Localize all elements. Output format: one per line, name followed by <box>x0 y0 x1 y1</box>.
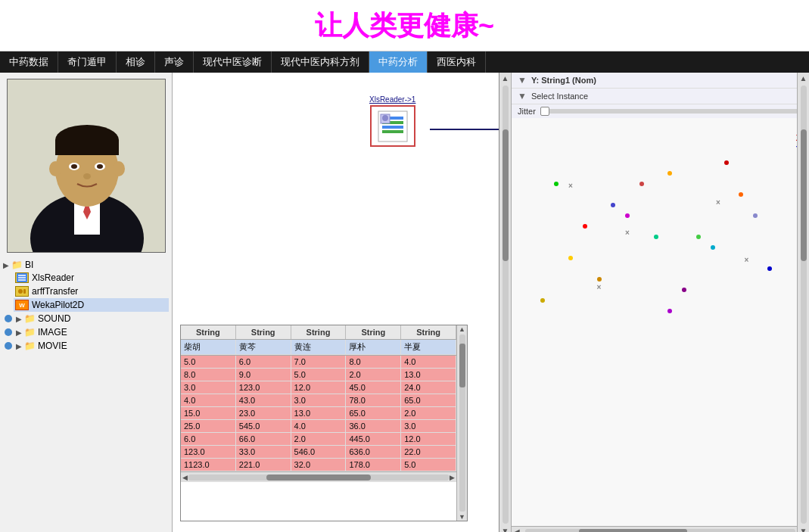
tree-item-arff[interactable]: arffTransfer <box>14 285 169 298</box>
nav-item-2[interactable]: 相诊 <box>117 51 155 73</box>
xls-node-icon <box>15 272 29 283</box>
hscroll-left[interactable]: ◀ <box>182 474 188 481</box>
svg-point-15 <box>113 161 125 176</box>
scroll-down-arrow[interactable]: ▼ <box>459 513 465 521</box>
scatter-dot-11 <box>753 213 758 218</box>
scatter-dot-16 <box>540 298 545 303</box>
scatter-right-down[interactable]: ▼ <box>798 525 809 532</box>
scatter-right-up[interactable]: ▲ <box>798 73 809 84</box>
arff-node-icon <box>15 286 29 297</box>
name-cell-1: 黄芩 <box>236 340 291 355</box>
tree-item-weka[interactable]: W WekaPilot2D <box>14 298 169 312</box>
table-row[interactable]: 123.033.0546.0636.022.0 <box>181 446 456 459</box>
sidebar: ▶ 📁 BI XlsReader arffTransfer <box>0 73 173 532</box>
table-row[interactable]: 15.023.013.065.02.0 <box>181 407 456 420</box>
nav-item-7[interactable]: 西医内科 <box>428 51 486 73</box>
hscroll-right[interactable]: ▶ <box>450 474 455 481</box>
table-inner: String String String String String 柴胡 黄芩… <box>181 325 456 482</box>
table-hscrollbar[interactable]: ◀ ▶ <box>181 471 456 482</box>
scatter-right-bar[interactable]: ▲ ▼ <box>797 73 809 532</box>
jitter-label: Jitter <box>518 107 536 116</box>
nav-item-6[interactable]: 中药分析 <box>369 51 428 73</box>
svg-point-34 <box>382 115 388 121</box>
svg-rect-32 <box>382 130 403 133</box>
tree-root-node: ▶ 📁 BI <box>3 259 169 271</box>
table-row[interactable]: 5.06.07.08.04.0 <box>181 356 456 369</box>
xls-reader-node[interactable]: XlsReader->1 <box>369 95 415 147</box>
table-row[interactable]: 8.09.05.02.013.0 <box>181 369 456 381</box>
svg-rect-22 <box>23 289 26 294</box>
scatter-dot-17 <box>667 309 672 313</box>
table-cell-0-4: 4.0 <box>401 356 456 369</box>
nav-item-1[interactable]: 奇门遁甲 <box>58 51 117 73</box>
image-expand-icon[interactable]: ▶ <box>16 328 22 337</box>
sb-track <box>525 529 795 533</box>
xls-node-box[interactable] <box>370 105 415 147</box>
nav-item-4[interactable]: 现代中医诊断 <box>194 51 272 73</box>
tree-expand-arrow[interactable]: ▶ <box>3 261 9 269</box>
tree-item-xls[interactable]: XlsReader <box>14 271 169 285</box>
table-column-headers: String String String String String <box>181 325 456 340</box>
table-cell-2-3: 45.0 <box>346 381 401 394</box>
weka-node-icon: W <box>15 300 29 310</box>
scatter-collapse-si[interactable]: ▼ <box>518 91 527 101</box>
scatter-bottom-bar[interactable]: ◀ ▶ <box>512 526 809 532</box>
movie-expand-icon[interactable]: ▶ <box>16 342 22 350</box>
tree-item-arff-label: arffTransfer <box>32 286 78 297</box>
table-scroll-bar[interactable]: ▲ ▼ <box>456 325 467 521</box>
sidebar-folder-image[interactable]: ▶ 📁 IMAGE <box>3 325 169 339</box>
svg-rect-31 <box>382 126 403 129</box>
scatter-left-bar[interactable]: ▲ ▼ <box>499 73 512 532</box>
scatter-left-track <box>503 86 509 524</box>
movie-folder-icon: 📁 <box>24 341 36 351</box>
table-cell-0-3: 8.0 <box>346 356 401 369</box>
scatter-panel: ▲ ▼ ▼ Y: String1 (Nom) ▼ Select Instance <box>499 73 809 532</box>
scatter-xmark-0: × <box>568 182 573 190</box>
table-name-row: 柴胡 黄芩 黄连 厚朴 半夏 <box>181 340 456 356</box>
photo-area <box>7 79 166 253</box>
table-cell-1-1: 9.0 <box>236 369 291 381</box>
table-cell-4-2: 13.0 <box>291 407 347 420</box>
table-cell-3-3: 78.0 <box>346 394 401 407</box>
folder-icon: 📁 <box>11 260 23 270</box>
table-row[interactable]: 25.0545.04.036.03.0 <box>181 420 456 433</box>
sb-left-arrow[interactable]: ◀ <box>512 527 522 532</box>
sidebar-folder-sound[interactable]: ▶ 📁 SOUND <box>3 312 169 325</box>
scatter-dot-14 <box>696 235 701 239</box>
table-cell-6-1: 66.0 <box>236 433 291 446</box>
scatter-collapse-y[interactable]: ▼ <box>518 75 527 86</box>
scatter-dot-6 <box>767 266 772 271</box>
nav-item-5[interactable]: 现代中医内科方剂 <box>272 51 369 73</box>
image-circle-icon <box>5 328 12 336</box>
sound-expand-icon[interactable]: ▶ <box>16 315 22 323</box>
scatter-dot-12 <box>568 256 573 260</box>
table-cell-5-0: 25.0 <box>181 420 236 433</box>
navbar: 中药数据奇门遁甲相诊声诊现代中医诊断现代中医内科方剂中药分析西医内科 <box>0 51 809 73</box>
scatter-dot-9 <box>724 160 729 165</box>
sidebar-folder-movie[interactable]: ▶ 📁 MOVIE <box>3 339 169 353</box>
y-label: Y: String1 (Nom) <box>531 76 596 85</box>
scroll-track <box>459 334 465 512</box>
sound-folder-icon: 📁 <box>24 313 36 324</box>
scatter-dot-5 <box>739 192 743 197</box>
scatter-left-up[interactable]: ▲ <box>500 73 511 84</box>
scroll-up-arrow[interactable]: ▲ <box>459 325 465 333</box>
scatter-dot-3 <box>667 171 672 176</box>
canvas-area: XlsReader->1 arffTransfer->2 <box>173 73 809 532</box>
movie-folder-label: MOVIE <box>38 341 67 351</box>
scatter-left-down[interactable]: ▼ <box>500 525 511 532</box>
main-content: ▶ 📁 BI XlsReader arffTransfer <box>0 73 809 532</box>
table-row[interactable]: 6.066.02.0445.012.0 <box>181 433 456 446</box>
table-cell-1-4: 13.0 <box>401 369 456 381</box>
table-cell-4-3: 65.0 <box>346 407 401 420</box>
jitter-slider[interactable] <box>540 109 803 114</box>
table-row[interactable]: 4.043.03.078.065.0 <box>181 394 456 407</box>
data-table: ▲ ▼ String String String String String 柴… <box>180 325 468 521</box>
nav-item-0[interactable]: 中药数据 <box>0 51 58 73</box>
nav-item-3[interactable]: 声诊 <box>155 51 194 73</box>
tree-root-label: BI <box>25 260 33 270</box>
table-cell-7-0: 123.0 <box>181 446 236 459</box>
table-row[interactable]: 1123.0221.032.0178.05.0 <box>181 459 456 471</box>
table-row[interactable]: 3.0123.012.045.024.0 <box>181 381 456 394</box>
xls-icon <box>377 110 409 143</box>
